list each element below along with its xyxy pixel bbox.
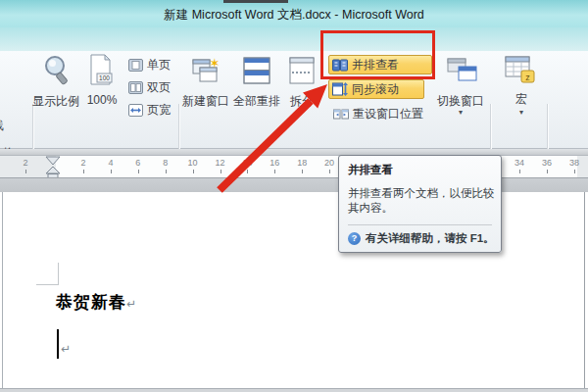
ruler-number: 16 bbox=[270, 158, 279, 168]
two-pages-icon bbox=[128, 81, 143, 94]
ruler-tick bbox=[220, 170, 221, 173]
gridlines-label-fragment: 线 bbox=[0, 118, 4, 134]
svg-text:100: 100 bbox=[99, 74, 110, 81]
arrange-all-icon[interactable] bbox=[243, 57, 270, 84]
ruler-number: 20 bbox=[324, 158, 334, 168]
reset-position-icon bbox=[333, 108, 349, 121]
arrange-all-button[interactable]: 全部重排 bbox=[230, 93, 283, 110]
sync-scroll-icon bbox=[332, 82, 348, 96]
text-cursor bbox=[57, 329, 59, 359]
ruler-number: 10 bbox=[188, 158, 198, 168]
macros-button[interactable]: 宏 bbox=[512, 91, 531, 108]
ruler-tick bbox=[83, 170, 84, 173]
horizontal-scroll-strip[interactable] bbox=[0, 388, 588, 392]
zoom-100-button[interactable]: 100% bbox=[84, 93, 120, 107]
ribbon-tab-row: 审阅 视图 bbox=[0, 27, 588, 51]
ruler-tick bbox=[519, 170, 520, 173]
word-window: 新建 Microsoft Word 文档.docx - Microsoft Wo… bbox=[0, 0, 588, 392]
tooltip-title: 并排查看 bbox=[348, 163, 492, 177]
page-width-label: 页宽 bbox=[147, 102, 171, 119]
annotation-highlight-box bbox=[320, 30, 435, 79]
switch-windows-dropdown-arrow[interactable]: ▾ bbox=[453, 108, 468, 117]
ruler-number: 12 bbox=[215, 158, 224, 168]
ruler-number: 2 bbox=[80, 158, 85, 168]
page-width-icon bbox=[128, 104, 143, 117]
tooltip-body: 并排查看两个文档，以便比较其内容。 bbox=[348, 186, 495, 216]
macros-icon[interactable]: z bbox=[504, 55, 537, 88]
ruler-number: 6 bbox=[135, 158, 140, 168]
macros-dropdown-arrow[interactable]: ▾ bbox=[514, 108, 529, 117]
sync-scroll-label: 同步滚动 bbox=[352, 81, 399, 98]
paragraph-mark: ↵ bbox=[61, 342, 71, 356]
ruler-tick bbox=[302, 170, 303, 173]
ribbon: 线 格 显示比例 100 100% bbox=[0, 51, 588, 149]
new-window-button[interactable]: 新建窗口 bbox=[179, 93, 232, 110]
reset-position-label: 重设窗口位置 bbox=[353, 106, 423, 122]
ruler-number: 14 bbox=[242, 158, 252, 168]
zoom-button[interactable]: 显示比例 bbox=[27, 93, 84, 110]
ruler-number: 8 bbox=[163, 158, 168, 168]
ruler-tick bbox=[274, 170, 275, 173]
split-icon[interactable] bbox=[289, 57, 315, 84]
ruler-tick bbox=[247, 170, 248, 173]
switch-windows-icon[interactable] bbox=[447, 57, 478, 84]
titlebar-notch bbox=[223, 0, 288, 3]
window-title: 新建 Microsoft Word 文档.docx - Microsoft Wo… bbox=[0, 7, 588, 24]
one-page-label: 单页 bbox=[147, 57, 171, 74]
reset-position-button[interactable]: 重设窗口位置 bbox=[330, 104, 426, 123]
tooltip-divider bbox=[348, 224, 492, 225]
zoom-100-icon[interactable]: 100 bbox=[89, 54, 115, 87]
sync-scroll-button[interactable]: 同步滚动 bbox=[328, 79, 424, 99]
margin-corner-mark bbox=[36, 263, 59, 285]
help-question-icon: ? bbox=[348, 232, 361, 245]
ruler-tick bbox=[193, 170, 194, 173]
zoom-icon[interactable] bbox=[43, 55, 71, 86]
one-page-icon bbox=[128, 59, 143, 72]
ruler-tick bbox=[547, 170, 548, 173]
svg-text:z: z bbox=[525, 73, 530, 82]
ruler-number: 2 bbox=[23, 158, 27, 168]
heading-text: 恭贺新春 bbox=[56, 293, 126, 312]
page-width-button[interactable]: 页宽 bbox=[125, 100, 173, 120]
ruler-tick bbox=[574, 170, 575, 173]
ruler-tick bbox=[138, 170, 139, 173]
tooltip-view-side-by-side: 并排查看 并排查看两个文档，以便比较其内容。 ? 有关详细帮助，请按 F1。 bbox=[338, 155, 502, 253]
ruler-number: 34 bbox=[514, 158, 524, 168]
document-heading: 恭贺新春↵ bbox=[56, 291, 136, 314]
ruler-tick bbox=[111, 170, 112, 173]
one-page-button[interactable]: 单页 bbox=[125, 55, 173, 74]
two-pages-label: 双页 bbox=[147, 79, 171, 96]
svg-text:✶: ✶ bbox=[210, 57, 220, 71]
ruler-tick bbox=[25, 170, 26, 173]
tooltip-help-text: 有关详细帮助，请按 F1。 bbox=[366, 231, 495, 246]
ruler-tick bbox=[329, 170, 330, 173]
ruler-number: 36 bbox=[542, 158, 552, 168]
ruler-number: 4 bbox=[108, 158, 113, 168]
ruler-number: 38 bbox=[569, 158, 579, 168]
ruler-tick bbox=[166, 170, 167, 173]
paragraph-mark: ↵ bbox=[126, 297, 136, 311]
split-button[interactable]: 拆分 bbox=[288, 93, 316, 110]
title-bar: 新建 Microsoft Word 文档.docx - Microsoft Wo… bbox=[0, 0, 588, 27]
ruler-number: 18 bbox=[297, 158, 307, 168]
indent-markers[interactable] bbox=[45, 156, 61, 178]
new-window-icon[interactable]: ✶ bbox=[192, 57, 221, 84]
two-pages-button[interactable]: 双页 bbox=[125, 77, 173, 97]
